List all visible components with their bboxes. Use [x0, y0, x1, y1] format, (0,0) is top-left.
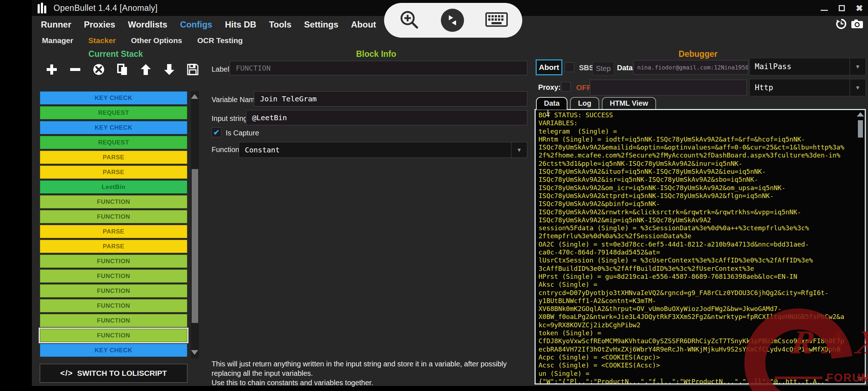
- is-capture-checkbox[interactable]: ✔: [212, 127, 221, 137]
- chevron-down-icon[interactable]: ▼: [511, 142, 527, 157]
- stack-block[interactable]: KEY CHECK: [40, 91, 187, 105]
- scrollbar-thumb[interactable]: [858, 120, 863, 138]
- minimize-button[interactable]: [821, 10, 828, 11]
- stack-block[interactable]: KEY CHECK: [40, 121, 187, 134]
- log-line: kc=9yRX8KOVZCj2izbCghPibw2: [539, 321, 855, 329]
- submenu-item[interactable]: OCR Testing: [197, 36, 243, 45]
- abort-button[interactable]: Abort: [536, 59, 562, 75]
- stack-block[interactable]: PARSE: [40, 225, 187, 238]
- submenu-item[interactable]: Manager: [42, 36, 73, 45]
- log-line: Aksc (Single) =: [539, 281, 855, 289]
- log-line: session%5Fdata (Single) = %3cSessionData…: [539, 224, 855, 232]
- move-down-icon[interactable]: [162, 63, 176, 76]
- remote-session-toolbar: [384, 3, 522, 38]
- menu-item[interactable]: Configs: [180, 20, 212, 30]
- menu-item[interactable]: About: [351, 20, 376, 30]
- current-stack-title: Current Stack: [40, 49, 192, 59]
- stack-block[interactable]: PARSE: [40, 240, 187, 253]
- add-block-icon[interactable]: [45, 63, 59, 76]
- log-line: ISQc78yUmSkAv9A2&ituof=iq5nNK-ISQc78yUmS…: [539, 168, 855, 176]
- debugger-log-area[interactable]: BOT STATUS: SUCCESSVARIABLES:telegram (S…: [535, 109, 866, 384]
- menu-item[interactable]: Runner: [41, 20, 71, 30]
- delete-block-icon[interactable]: [92, 63, 106, 76]
- submenu-item[interactable]: Stacker: [88, 36, 116, 45]
- stack-block[interactable]: FUNCTION: [40, 269, 187, 283]
- scroll-up-icon[interactable]: [857, 112, 864, 117]
- history-icon[interactable]: [835, 18, 847, 31]
- wordlist-type-value: MailPass: [755, 62, 791, 71]
- label-input[interactable]: FUNCTION: [230, 61, 527, 75]
- log-line: BOT STATUS: SUCCESS: [539, 111, 855, 119]
- remove-block-icon[interactable]: [68, 63, 82, 76]
- maximize-button[interactable]: [839, 5, 845, 11]
- debugger-tab[interactable]: Log: [570, 97, 599, 110]
- code-icon: </>: [60, 369, 73, 378]
- help-line-2: Use this to chain constants and variable…: [212, 378, 530, 387]
- log-line: ecbRA84VH72If3hOtZvHxZXj6WbrY4R9eRcJh-WN…: [539, 345, 855, 353]
- stack-scrollbar[interactable]: [191, 91, 199, 358]
- proxy-type-value: Http: [755, 83, 773, 92]
- step-button[interactable]: Step: [592, 62, 614, 75]
- stack-block[interactable]: KEY CHECK: [40, 344, 187, 357]
- menu-item[interactable]: Settings: [304, 20, 339, 30]
- menu-item[interactable]: Tools: [269, 20, 292, 30]
- scrollbar-thumb[interactable]: [192, 169, 198, 323]
- stack-block[interactable]: FUNCTION: [40, 299, 187, 312]
- stack-block[interactable]: FUNCTION: [40, 314, 187, 327]
- stack-block[interactable]: FUNCTION: [40, 284, 187, 298]
- log-line: ISQc78yUmSkAv9A2&rnwtrk=&clicksrctrk=&rq…: [539, 208, 855, 216]
- log-line: cntrycd=D07yDyotbjo3tXHNvaIeVQ2&rgncd=g9…: [539, 289, 855, 297]
- screenshot-camera-icon[interactable]: [851, 18, 864, 31]
- submenu-item[interactable]: Other Options: [131, 36, 182, 45]
- debugger-tab[interactable]: HTML View: [602, 97, 656, 110]
- scroll-down-icon[interactable]: [857, 377, 864, 381]
- keyboard-icon[interactable]: [485, 11, 508, 30]
- stack-block[interactable]: PARSE: [40, 165, 187, 179]
- proxy-input[interactable]: [590, 80, 747, 96]
- switch-to-loliscript-button[interactable]: </> SWITCH TO LOLISCRIPT: [40, 364, 187, 383]
- menu-item[interactable]: Hits DB: [225, 20, 256, 30]
- stack-block[interactable]: FUNCTION: [40, 210, 187, 223]
- scroll-up-icon[interactable]: [191, 94, 198, 99]
- log-scrollbar[interactable]: [857, 111, 864, 383]
- log-line: ISQc78yUmSkAv9A2&om_icr=iq5nNK-ISQc78yUm…: [539, 184, 855, 192]
- stack-block[interactable]: FUNCTION: [40, 329, 187, 342]
- log-line: telegram (Single) =: [539, 127, 855, 135]
- menu-item[interactable]: Proxies: [84, 20, 115, 30]
- log-line: X0BW_f0oaLPg2&ntwrk=Jie3L4JOQytRkF3XXmS2…: [539, 313, 855, 321]
- proxy-status: OFF: [576, 83, 591, 92]
- debug-data-input[interactable]: nina.fiodor@gmail.com:12Nina1950: [633, 60, 748, 75]
- scroll-down-icon[interactable]: [191, 350, 198, 355]
- zoom-in-icon[interactable]: [398, 9, 420, 32]
- function-dropdown[interactable]: Constant ▼: [239, 142, 527, 158]
- move-up-icon[interactable]: [139, 63, 153, 76]
- sbs-checkbox[interactable]: [565, 62, 574, 72]
- chevron-down-icon[interactable]: ▼: [850, 58, 865, 75]
- debugger-title: Debugger: [626, 49, 770, 59]
- variable-name-caption: Variable Name:: [212, 96, 261, 104]
- stack-block[interactable]: FUNCTION: [40, 255, 187, 268]
- chevron-down-icon[interactable]: ▼: [850, 79, 865, 96]
- is-capture-label: Is Capture: [226, 129, 259, 137]
- stack-block[interactable]: FUNCTION: [40, 195, 187, 209]
- log-line: CfDJ8KyoVxwScfREoMCM9aKVhtauC0ySZSSFR6DR…: [539, 337, 855, 345]
- proxy-checkbox[interactable]: [561, 82, 571, 92]
- stack-block[interactable]: PARSE: [40, 151, 187, 164]
- proxy-type-dropdown[interactable]: Http ▼: [749, 79, 866, 96]
- remote-desktop-icon[interactable]: [441, 9, 464, 32]
- wordlist-type-dropdown[interactable]: MailPass ▼: [749, 58, 866, 75]
- log-line: ca0c-470c-864d-79148dad5452&at=: [539, 248, 855, 256]
- stack-toolbar: [45, 62, 200, 77]
- stack-block[interactable]: LeetBin: [40, 180, 187, 194]
- log-line: un (Single) =: [539, 370, 855, 378]
- stack-block[interactable]: REQUEST: [40, 106, 187, 119]
- input-string-input[interactable]: @LeetBin: [246, 110, 527, 125]
- clone-block-icon[interactable]: [115, 63, 129, 76]
- debugger-tab[interactable]: Data: [536, 97, 567, 110]
- log-line: lUsrCtxSession (Single) = %3cUserContext…: [539, 256, 855, 264]
- menu-item[interactable]: Wordlists: [128, 20, 167, 30]
- close-button[interactable]: ✖: [856, 5, 863, 11]
- save-config-icon[interactable]: [186, 63, 200, 76]
- variable-name-input[interactable]: Join TeleGram: [254, 91, 527, 106]
- stack-block[interactable]: REQUEST: [40, 136, 187, 149]
